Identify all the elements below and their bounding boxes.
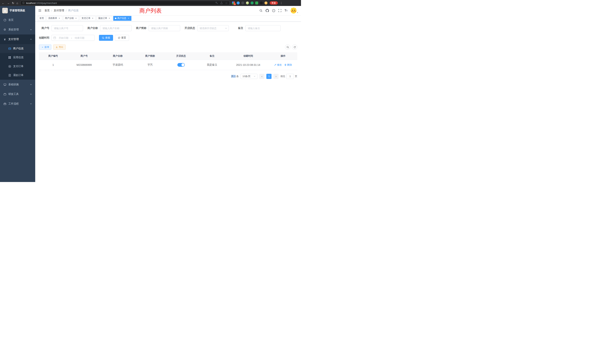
- bookmark-star-icon[interactable]: ☆: [225, 1, 228, 5]
- close-icon[interactable]: ×: [108, 17, 111, 20]
- prev-page-button[interactable]: ‹: [259, 74, 265, 79]
- forward-icon[interactable]: →: [7, 2, 10, 4]
- github-icon[interactable]: [266, 9, 269, 12]
- reload-icon[interactable]: ↻: [12, 2, 14, 4]
- share-icon[interactable]: [220, 2, 223, 4]
- user-avatar-menu[interactable]: ▾: [291, 8, 298, 13]
- sidebar-item-dev-tools[interactable]: 研发工具: [0, 89, 35, 99]
- sidebar-item-app-info[interactable]: 应用信息: [0, 53, 35, 62]
- next-page-button[interactable]: ›: [273, 74, 279, 79]
- url-host: localhost: [26, 2, 36, 4]
- tab-home[interactable]: 首页: [38, 16, 46, 21]
- close-icon[interactable]: ×: [91, 17, 94, 20]
- close-icon[interactable]: ×: [58, 17, 61, 20]
- browser-update-button[interactable]: 更新: [270, 1, 278, 5]
- extension-icon[interactable]: [265, 1, 268, 4]
- create-time-label: 创建时间: [39, 36, 49, 40]
- tab-user-group[interactable]: 用户分组×: [63, 16, 79, 21]
- tab-merchant-info[interactable]: 商户信息×: [113, 16, 131, 21]
- extension-icon[interactable]: [237, 1, 240, 4]
- start-date-input[interactable]: [57, 36, 70, 40]
- font-size-icon[interactable]: TT: [284, 9, 288, 12]
- sidebar-item-pay-order[interactable]: 支付订单: [0, 62, 35, 71]
- extension-icon[interactable]: [246, 1, 249, 4]
- fullscreen-icon[interactable]: [278, 9, 281, 12]
- menu-label: 系统管理: [8, 28, 19, 31]
- edit-link[interactable]: 修改: [274, 63, 282, 66]
- add-button[interactable]: ＋ 新增: [39, 44, 51, 50]
- hamburger-icon[interactable]: [38, 9, 42, 12]
- column-header: 开启状态: [165, 52, 196, 60]
- extension-icon[interactable]: [255, 1, 258, 4]
- cell-short-name: 芋艿: [135, 60, 165, 70]
- merchant-no-input[interactable]: [52, 25, 83, 31]
- export-button[interactable]: 导出: [53, 44, 66, 50]
- chevron-down-icon: [30, 103, 32, 105]
- search-button[interactable]: 搜索: [99, 35, 113, 41]
- menu-label: 商户信息: [13, 47, 23, 50]
- breadcrumb-payment[interactable]: 支付管理: [54, 9, 64, 12]
- status-toggle[interactable]: [177, 63, 185, 67]
- goto-page-input[interactable]: [286, 74, 294, 79]
- table-header-row: 商户编号 商户号 商户全称 商户简称 开启状态 备注 创建时间 操作: [39, 52, 297, 60]
- app-logo[interactable]: 芋道管理系统: [0, 6, 35, 15]
- range-separator: -: [71, 36, 72, 39]
- logo-avatar: [2, 8, 8, 13]
- full-name-label: 商户全称: [87, 26, 98, 30]
- refresh-icon[interactable]: [292, 44, 297, 50]
- full-name-input[interactable]: [100, 25, 132, 31]
- extension-icon[interactable]: [260, 1, 263, 4]
- gear-icon: ⚙: [3, 28, 6, 31]
- status-select[interactable]: [197, 25, 229, 31]
- home-icon[interactable]: ⌂: [17, 2, 18, 4]
- extension-icon[interactable]: [251, 1, 254, 4]
- sidebar-item-system[interactable]: ⚙ 系统管理: [0, 25, 35, 34]
- short-name-input[interactable]: [149, 25, 180, 31]
- back-icon[interactable]: ←: [2, 2, 5, 4]
- breadcrumb: 首页 / 支付管理 / 商户信息: [44, 9, 79, 12]
- yen-icon: ¥: [3, 38, 6, 41]
- chevron-down-icon: [30, 29, 32, 31]
- chevron-down-icon: [30, 84, 32, 86]
- breadcrumb-home[interactable]: 首页: [44, 9, 50, 12]
- page-size-select[interactable]: 10条/页: [241, 74, 258, 79]
- password-key-icon[interactable]: [215, 2, 218, 4]
- menu-label: 研发工具: [8, 93, 19, 96]
- site-info-icon[interactable]: ⓘ: [22, 1, 25, 5]
- sidebar-item-infrastructure[interactable]: 基础设施: [0, 80, 35, 89]
- page-number-button[interactable]: 1: [266, 74, 271, 79]
- svg-text:?: ?: [273, 10, 274, 12]
- extension-icon[interactable]: [241, 1, 244, 4]
- sidebar-item-workflow[interactable]: 工作流程: [0, 99, 35, 109]
- delete-link[interactable]: 删除: [284, 63, 292, 66]
- extension-icon[interactable]: 10: [232, 1, 235, 4]
- sidebar-item-payment[interactable]: ¥ 支付管理: [0, 34, 35, 44]
- close-icon[interactable]: ×: [127, 17, 130, 20]
- tab-refund-order[interactable]: 退款订单×: [97, 16, 112, 21]
- trash-icon: [284, 64, 287, 66]
- end-date-input[interactable]: [73, 36, 86, 40]
- cell-merchant-no: M233666999: [67, 60, 101, 70]
- delete-link-label: 删除: [287, 63, 292, 66]
- close-icon[interactable]: ×: [75, 17, 77, 20]
- url-path: :1024/pay/merchant: [36, 2, 57, 4]
- reset-button[interactable]: 重置: [115, 35, 129, 41]
- table-row: 1 M233666999 芋道源码 芋艿 我是备注 2021-10-23 08:…: [39, 60, 297, 70]
- address-bar[interactable]: ⓘ localhost:1024/pay/merchant ☆: [20, 1, 230, 5]
- tab-process-form[interactable]: 流程表单×: [46, 16, 62, 21]
- sidebar-item-refund-order[interactable]: 退款订单: [0, 71, 35, 80]
- goto-label: 前往: [280, 75, 285, 78]
- toggle-search-icon[interactable]: [285, 44, 290, 50]
- column-header: 备注: [196, 52, 227, 60]
- tab-label: 商户信息: [117, 17, 126, 20]
- browser-menu-icon[interactable]: ⋮: [280, 1, 283, 4]
- create-time-range-picker[interactable]: -: [52, 35, 95, 41]
- cell-create-time: 2021-10-23 08:31:14: [228, 60, 269, 70]
- sidebar-item-merchant-info[interactable]: 商户信息: [0, 44, 35, 53]
- search-button-label: 搜索: [105, 36, 110, 40]
- search-icon[interactable]: [259, 9, 262, 12]
- help-icon[interactable]: ?: [272, 9, 275, 12]
- remark-input[interactable]: [245, 25, 281, 31]
- tab-pay-order[interactable]: 支付订单×: [80, 16, 96, 21]
- sidebar-item-home[interactable]: 首页: [0, 15, 35, 25]
